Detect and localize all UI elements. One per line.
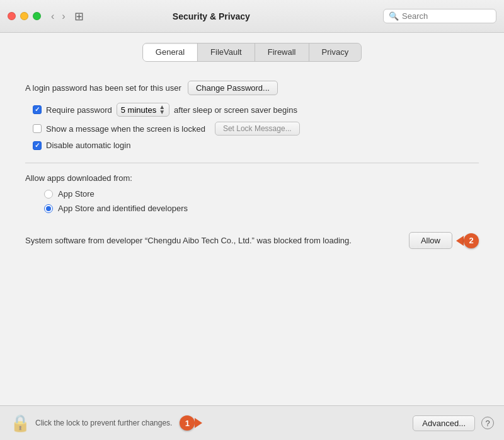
minimize-button[interactable] [20, 12, 28, 20]
lock-text: Click the lock to prevent further change… [35, 419, 172, 427]
blocked-software-text: System software from developer “Chengdu … [25, 234, 399, 247]
advanced-button[interactable]: Advanced... [413, 415, 475, 431]
tab-filevault[interactable]: FileVault [198, 43, 255, 61]
radio-section: App Store App Store and identified devel… [44, 189, 479, 213]
tabs-container: General FileVault Firewall Privacy [0, 33, 504, 69]
radio-app-store-btn[interactable] [44, 190, 53, 199]
allow-apps-label: Allow apps downloaded from: [25, 173, 479, 183]
allow-button[interactable]: Allow [409, 232, 452, 249]
search-input[interactable] [402, 11, 491, 21]
require-password-row: Require password 5 minutes ▲▼ after slee… [33, 103, 479, 117]
allow-button-wrap: Allow 2 [409, 232, 479, 249]
section-divider [25, 163, 479, 163]
window-title: Security & Privacy [40, 11, 383, 21]
badge-2: 2 [464, 233, 479, 248]
tab-privacy[interactable]: Privacy [309, 43, 362, 61]
require-password-suffix: after sleep or screen saver begins [174, 105, 297, 115]
disable-autologin-row: Disable automatic login [33, 141, 479, 150]
show-message-label: Show a message when the screen is locked [46, 124, 205, 134]
titlebar: ‹ › ⊞ Security & Privacy 🔍 [0, 0, 504, 33]
radio-app-store-identified-label: App Store and identified developers [58, 204, 188, 213]
show-message-checkbox[interactable] [33, 124, 42, 133]
require-password-label: Require password [46, 105, 112, 115]
password-timeout-dropdown[interactable]: 5 minutes ▲▼ [117, 103, 169, 117]
radio-app-store[interactable]: App Store [44, 189, 479, 199]
dropdown-value: 5 minutes [121, 105, 156, 115]
login-password-row: A login password has been set for this u… [25, 81, 479, 95]
badge2-arrow [456, 236, 464, 246]
require-password-checkbox[interactable] [33, 105, 42, 114]
close-button[interactable] [8, 12, 16, 20]
dropdown-arrows: ▲▼ [159, 105, 165, 115]
radio-app-store-identified[interactable]: App Store and identified developers [44, 204, 479, 213]
general-pane: A login password has been set for this u… [0, 69, 504, 405]
radio-app-store-identified-btn[interactable] [44, 204, 53, 213]
badge2-wrap: 2 [456, 233, 479, 248]
set-lock-message-button[interactable]: Set Lock Message... [215, 122, 300, 136]
bottom-bar: 🔒 Click the lock to prevent further chan… [0, 405, 504, 440]
disable-autologin-checkbox[interactable] [33, 141, 42, 150]
bottom-right: Advanced... ? [413, 415, 494, 431]
lock-icon[interactable]: 🔒 [10, 415, 30, 431]
checkbox-section: Require password 5 minutes ▲▼ after slee… [33, 103, 479, 150]
tab-general[interactable]: General [143, 43, 198, 61]
tab-group: General FileVault Firewall Privacy [142, 43, 362, 62]
badge1-wrap: 1 [180, 415, 202, 431]
help-button[interactable]: ? [481, 417, 494, 429]
main-content: General FileVault Firewall Privacy A log… [0, 33, 504, 405]
show-message-row: Show a message when the screen is locked… [33, 122, 479, 136]
search-box[interactable]: 🔍 [383, 9, 496, 23]
change-password-button[interactable]: Change Password... [188, 81, 278, 95]
blocked-software-row: System software from developer “Chengdu … [25, 226, 479, 255]
lock-section: 🔒 Click the lock to prevent further chan… [10, 415, 202, 431]
traffic-lights [8, 12, 41, 20]
badge-1: 1 [180, 415, 195, 431]
disable-autologin-label: Disable automatic login [46, 141, 130, 150]
radio-app-store-label: App Store [58, 189, 94, 199]
tab-firewall[interactable]: Firewall [255, 43, 309, 61]
badge1-arrow [195, 418, 202, 428]
search-icon: 🔍 [389, 11, 399, 21]
login-password-label: A login password has been set for this u… [25, 83, 181, 93]
